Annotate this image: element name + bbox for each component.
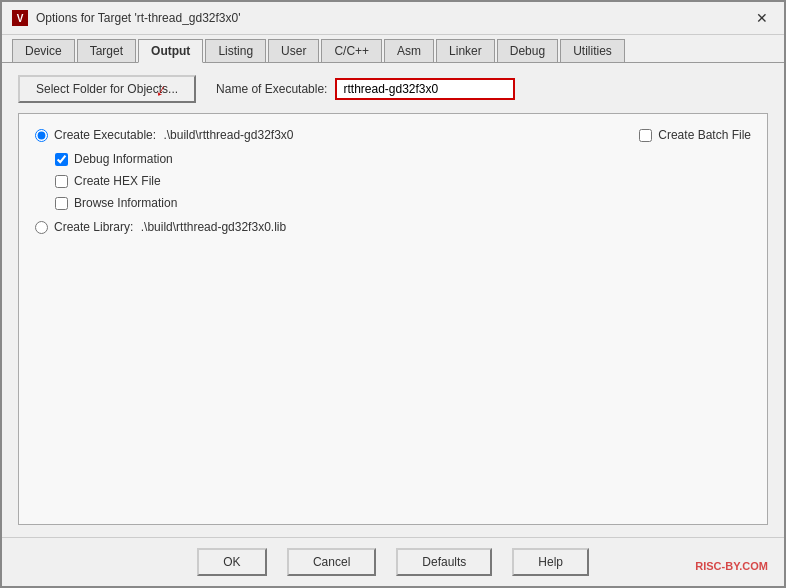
title-bar: V Options for Target 'rt-thread_gd32f3x0… — [2, 2, 784, 35]
tab-cpp[interactable]: C/C++ — [321, 39, 382, 62]
debug-info-checkbox[interactable] — [55, 153, 68, 166]
create-executable-label: Create Executable: .\build\rtthread-gd32… — [54, 128, 294, 142]
tab-asm[interactable]: Asm — [384, 39, 434, 62]
create-executable-radio-row: Create Executable: .\build\rtthread-gd32… — [35, 128, 294, 142]
tab-device[interactable]: Device — [12, 39, 75, 62]
debug-info-row: Debug Information — [55, 152, 751, 166]
create-library-row: Create Library: .\build\rtthread-gd32f3x… — [35, 220, 751, 234]
app-icon: V — [12, 10, 28, 26]
name-executable-label: Name of Executable: — [216, 82, 327, 96]
create-batch-checkbox[interactable] — [639, 129, 652, 142]
ok-button[interactable]: OK — [197, 548, 267, 576]
top-row: Select Folder for Objects... Name of Exe… — [18, 75, 768, 103]
bottom-buttons: OK Cancel Defaults Help — [2, 537, 784, 586]
help-button[interactable]: Help — [512, 548, 589, 576]
executable-name-group: Name of Executable: — [216, 78, 515, 100]
tab-linker[interactable]: Linker — [436, 39, 495, 62]
tab-listing[interactable]: Listing — [205, 39, 266, 62]
main-window: V Options for Target 'rt-thread_gd32f3x0… — [0, 0, 786, 588]
defaults-button[interactable]: Defaults — [396, 548, 492, 576]
tab-bar: Device Target Output Listing User C/C++ … — [2, 35, 784, 63]
tab-user[interactable]: User — [268, 39, 319, 62]
tab-debug[interactable]: Debug — [497, 39, 558, 62]
close-button[interactable]: ✕ — [750, 8, 774, 28]
create-hex-row: Create HEX File — [55, 174, 751, 188]
create-executable-row: Create Executable: .\build\rtthread-gd32… — [35, 128, 751, 142]
create-executable-radio[interactable] — [35, 129, 48, 142]
create-batch-group: Create Batch File — [639, 128, 751, 142]
tab-utilities[interactable]: Utilities — [560, 39, 625, 62]
create-batch-label: Create Batch File — [658, 128, 751, 142]
create-library-label: Create Library: .\build\rtthread-gd32f3x… — [54, 220, 286, 234]
select-folder-button[interactable]: Select Folder for Objects... — [18, 75, 196, 103]
tab-target[interactable]: Target — [77, 39, 136, 62]
browse-info-label: Browse Information — [74, 196, 177, 210]
tab-output[interactable]: Output — [138, 39, 203, 63]
create-hex-label: Create HEX File — [74, 174, 161, 188]
browse-info-row: Browse Information — [55, 196, 751, 210]
cancel-button[interactable]: Cancel — [287, 548, 376, 576]
indented-options: Debug Information Create HEX File Browse… — [55, 152, 751, 210]
browse-info-checkbox[interactable] — [55, 197, 68, 210]
debug-info-label: Debug Information — [74, 152, 173, 166]
watermark: RISC-BY.COM — [695, 560, 768, 572]
create-hex-checkbox[interactable] — [55, 175, 68, 188]
name-executable-input[interactable] — [335, 78, 515, 100]
create-library-radio[interactable] — [35, 221, 48, 234]
options-box: Create Executable: .\build\rtthread-gd32… — [18, 113, 768, 525]
window-title: Options for Target 'rt-thread_gd32f3x0' — [36, 11, 240, 25]
output-content: Select Folder for Objects... Name of Exe… — [2, 63, 784, 537]
